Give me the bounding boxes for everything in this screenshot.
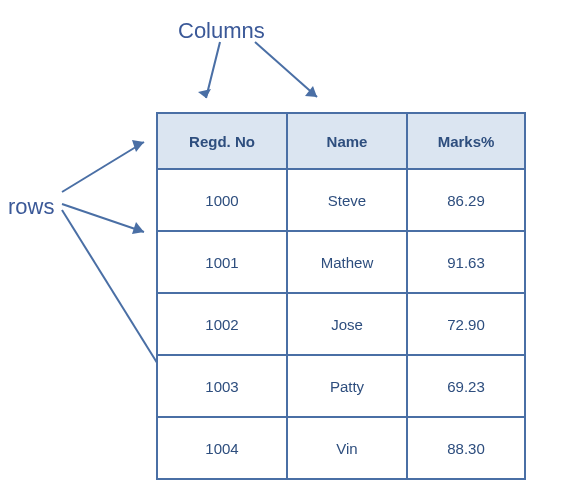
svg-marker-5 [132,140,144,152]
table-row: 1003 Patty 69.23 [157,355,525,417]
cell-marks: 69.23 [407,355,525,417]
table-row: 1004 Vin 88.30 [157,417,525,479]
rows-label: rows [8,194,54,220]
cell-regd: 1002 [157,293,287,355]
arrow-columns-left [200,42,260,117]
table-row: 1000 Steve 86.29 [157,169,525,231]
svg-line-2 [255,42,317,97]
table-header-row: Regd. No Name Marks% [157,113,525,169]
cell-name: Mathew [287,231,407,293]
cell-marks: 72.90 [407,293,525,355]
cell-name: Steve [287,169,407,231]
columns-label: Columns [178,18,265,44]
cell-name: Jose [287,293,407,355]
table-row: 1001 Mathew 91.63 [157,231,525,293]
cell-marks: 91.63 [407,231,525,293]
cell-marks: 86.29 [407,169,525,231]
header-name: Name [287,113,407,169]
arrow-columns-right [255,42,355,117]
svg-line-4 [62,142,144,192]
cell-regd: 1000 [157,169,287,231]
cell-regd: 1004 [157,417,287,479]
cell-regd: 1001 [157,231,287,293]
cell-name: Patty [287,355,407,417]
cell-name: Vin [287,417,407,479]
data-table: Regd. No Name Marks% 1000 Steve 86.29 10… [156,112,526,480]
header-regd: Regd. No [157,113,287,169]
cell-regd: 1003 [157,355,287,417]
svg-line-0 [206,42,220,98]
table-row: 1002 Jose 72.90 [157,293,525,355]
svg-marker-1 [198,89,211,98]
header-marks: Marks% [407,113,525,169]
cell-marks: 88.30 [407,417,525,479]
